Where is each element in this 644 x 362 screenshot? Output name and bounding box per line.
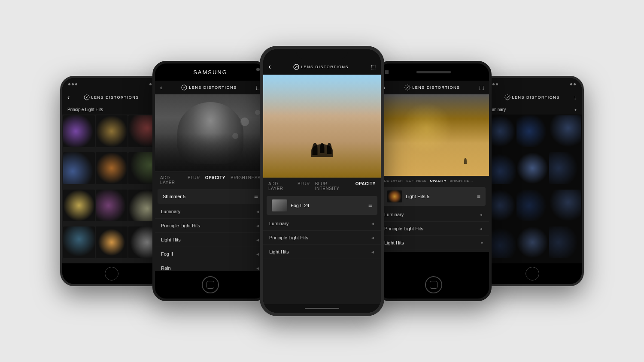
svg-line-1 [85,97,88,98]
phone-first: ‹ LENS DISTORTIONS ↓ Principle Light Hit… [60,76,163,286]
layer-row-center: Fog II 24 ≡ [267,196,377,215]
menu-item[interactable]: Luminary ◄ [263,217,381,231]
home-button-second[interactable] [202,276,219,293]
effect-cell[interactable] [63,190,95,221]
effect-cell[interactable] [96,152,128,184]
sand-photo [378,94,489,176]
effect-cell[interactable] [516,115,548,147]
phone-center: ‹ LENS DISTORTIONS ⬚ [260,46,384,316]
app-header-second: ‹ LENS DISTORTIONS ⬚ [155,81,266,94]
app-header-first: ‹ LENS DISTORTIONS ↓ [62,90,161,105]
light-hits-fourth: Light Hits [384,240,404,245]
logo-fifth: LENS DISTORTIONS [504,94,560,100]
logo-fourth: LENS DISTORTIONS [404,84,460,90]
logo-center: LENS DISTORTIONS [293,64,349,70]
tabs-bar-second: Add Layer Blur Opacity Brightness [155,172,266,188]
effect-cell[interactable] [63,115,95,147]
layer-name-second: Shimmer 5 [163,194,254,199]
menu-item[interactable]: Light Hits ◄ [263,245,381,259]
effect-cell[interactable] [549,190,581,221]
back-button-second[interactable]: ‹ [160,84,162,91]
effect-cell[interactable] [516,226,548,258]
app-header-fourth: ‹ LENS DISTORTIONS ⬚ [378,81,489,94]
logo-text-second: LENS DISTORTIONS [189,85,237,90]
effect-cell[interactable] [549,226,581,258]
menu-item[interactable]: Luminary ◄ [378,208,489,222]
woman-photo [155,94,266,172]
effect-cell[interactable] [96,226,128,258]
tab-add-layer-fourth[interactable]: ADD LAYER [382,179,403,183]
tab-add-layer-second[interactable]: Add Layer [160,175,182,185]
export-button-fourth[interactable]: ⬚ [479,84,484,90]
svg-line-7 [406,87,409,88]
principle-light-hits-second: Principle Light Hits [161,223,200,228]
effect-cell[interactable] [549,115,581,147]
layer-thumb-fourth [387,190,402,202]
tab-opacity-center[interactable]: Opacity [355,181,376,191]
effect-cell[interactable] [63,226,95,258]
tab-blur-center[interactable]: Blur [298,181,310,191]
tabs-bar-fourth: ADD LAYER SOFTNESS OPACITY BRIGHTNE... [378,176,489,185]
menu-item[interactable]: Fog II ◄ [155,247,266,261]
tab-add-layer-center[interactable]: Add Layer [268,181,292,191]
effect-cell[interactable] [516,152,548,184]
menu-item[interactable]: Principle Light Hits ◄ [378,222,489,236]
logo-second: LENS DISTORTIONS [181,84,237,90]
tabs-bar-center: Add Layer Blur Blur Intensity Opacity [263,178,381,194]
photo-area-fourth [378,94,489,176]
layer-menu-fourth[interactable]: ≡ [477,193,480,200]
tab-opacity-second[interactable]: Opacity [205,175,225,185]
layer-menu-second[interactable]: ≡ [254,193,258,200]
menu-item-selected[interactable]: Light Hits ▾ [378,236,489,250]
logo-first: LENS DISTORTIONS [84,94,139,100]
layer-menu-center[interactable]: ≡ [368,202,372,209]
svg-line-9 [506,97,509,98]
svg-line-5 [295,66,298,68]
effects-grid-fifth [483,115,582,263]
layer-name-center: Fog II 24 [291,203,368,208]
back-button-first[interactable]: ‹ [67,94,70,101]
photo-area-center [263,75,381,178]
menu-item[interactable]: Principle Light Hits ◄ [155,219,266,233]
effect-cell[interactable] [96,115,128,147]
tab-blur-second[interactable]: Blur [188,175,200,185]
principle-light-hits-fourth: Principle Light Hits [384,226,423,231]
samsung-header: SAMSUNG [155,63,266,81]
home-button-fifth[interactable] [526,267,539,281]
tab-softness-fourth[interactable]: SOFTNESS [406,179,426,183]
effect-cell[interactable] [63,152,95,184]
logo-text-center: LENS DISTORTIONS [301,65,349,69]
phone-second: SAMSUNG ‹ LENS DISTORTIONS ⬚ [152,61,268,301]
logo-icon-fifth [504,94,510,100]
logo-icon-center [293,64,299,70]
dropdown-arrow-fifth: ▾ [574,107,577,112]
export-button-center[interactable]: ⬚ [371,64,376,70]
tab-blur-intensity-center[interactable]: Blur Intensity [315,181,350,191]
status-bar-fifth [483,78,582,90]
effect-cell[interactable] [549,152,581,184]
menu-item[interactable]: Light Hits ◄ [155,233,266,247]
back-button-center[interactable]: ‹ [268,62,271,71]
tab-brightness-fourth[interactable]: BRIGHTNE... [450,179,473,183]
tab-opacity-fourth[interactable]: OPACITY [430,179,446,183]
home-button-first[interactable] [105,267,118,281]
dropdown-fifth[interactable]: Luminary ▾ [483,105,582,115]
status-bar-first [62,78,161,90]
phone-fifth: ‹ LENS DISTORTIONS ↓ Luminary ▾ [481,76,584,286]
export-button-fifth[interactable]: ↓ [574,94,577,101]
home-button-fourth[interactable] [425,276,442,293]
tab-brightness-second[interactable]: Brightness [231,175,261,185]
menu-item[interactable]: Principle Light Hits ◄ [263,231,381,245]
dropdown-label-first: Principle Light Hits [67,107,103,112]
power-btn [381,92,382,109]
logo-text-fifth: LENS DISTORTIONS [512,95,560,100]
menu-item[interactable]: Luminary ◄ [155,205,266,219]
effect-cell[interactable] [516,190,548,221]
menu-item[interactable]: Rain ◄ [155,261,266,271]
menu-list-fourth: Luminary ◄ Principle Light Hits ◄ Light … [378,208,489,252]
effects-grid-first [62,115,161,263]
effect-cell[interactable] [96,190,128,221]
phones-container: ‹ LENS DISTORTIONS ↓ Principle Light Hit… [21,9,623,353]
dropdown-first[interactable]: Principle Light Hits ▾ [62,105,161,115]
app-header-fifth: ‹ LENS DISTORTIONS ↓ [483,90,582,105]
